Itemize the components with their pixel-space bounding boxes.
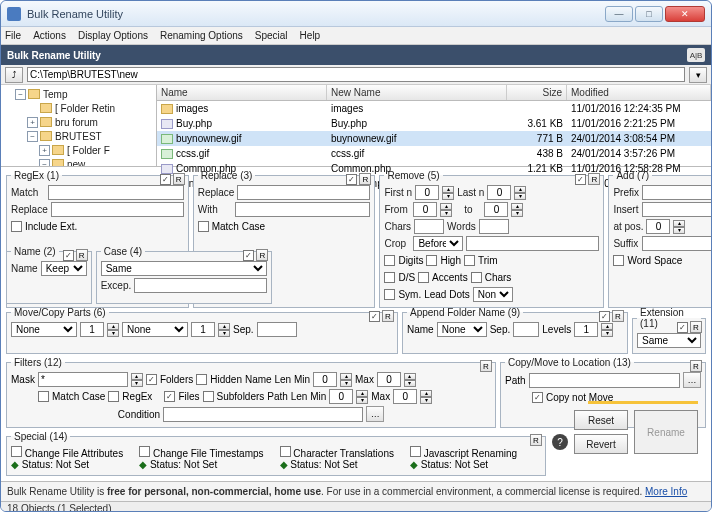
col-modified[interactable]: Modified [567,85,711,100]
filters-namelenmin-input[interactable] [313,372,337,387]
copymove-browse-button[interactable]: … [683,372,701,388]
expand-icon[interactable]: − [27,131,38,142]
remove-leaddots-select[interactable]: Non [473,287,513,302]
movecopy-enable-check[interactable]: ✓ [369,311,380,322]
spinner[interactable]: ▴▾ [131,373,143,387]
filters-pathlenmin-input[interactable] [329,389,353,404]
extension-enable-check[interactable]: ✓ [677,322,688,333]
remove-ds-check[interactable] [384,272,395,283]
file-row[interactable]: imagesimages11/01/2016 12:24:35 PM [157,101,711,116]
replace-reset-button[interactable]: R [359,173,371,185]
movecopy-select1[interactable]: None [11,322,77,337]
remove-crop-select[interactable]: Before [413,236,463,251]
remove-from-input[interactable] [413,202,437,217]
add-insert-input[interactable] [642,202,712,217]
filters-subfolders-check[interactable] [203,391,214,402]
more-info-link[interactable]: More Info [645,486,687,497]
col-new-name[interactable]: New Name [327,85,507,100]
spinner[interactable]: ▴▾ [107,323,119,337]
filters-condition-input[interactable] [163,407,363,422]
name-reset-button[interactable]: R [76,249,88,261]
regex-match-input[interactable] [48,185,184,200]
appendfolder-enable-check[interactable]: ✓ [599,311,610,322]
movecopy-select2[interactable]: None [122,322,188,337]
regex-enable-check[interactable]: ✓ [160,174,171,185]
spinner[interactable]: ▴▾ [340,373,352,387]
spinner[interactable]: ▴▾ [514,186,526,200]
remove-reset-button[interactable]: R [588,173,600,185]
spinner[interactable]: ▴▾ [404,373,416,387]
filters-matchcase-check[interactable] [38,391,49,402]
revert-button[interactable]: Revert [574,434,628,454]
reset-button[interactable]: Reset [574,410,628,430]
filters-pathlenmax-input[interactable] [393,389,417,404]
copymove-copynotmove-check[interactable]: ✓ [532,392,543,403]
appendfolder-reset-button[interactable]: R [612,310,624,322]
menu-renaming-options[interactable]: Renaming Options [160,30,243,41]
expand-icon[interactable]: − [15,89,26,100]
add-suffix-input[interactable] [642,236,712,251]
filters-mask-input[interactable] [38,372,128,387]
name-select[interactable]: Keep [41,261,87,276]
remove-sym-check[interactable] [384,289,395,300]
remove-chars-input[interactable] [414,219,444,234]
file-list-header[interactable]: Name New Name Size Modified [157,85,711,101]
browse-button[interactable]: ▾ [689,67,707,83]
path-input[interactable] [27,67,685,82]
menu-special[interactable]: Special [255,30,288,41]
special-ct-check[interactable] [280,446,291,457]
filters-folders-check[interactable]: ✓ [146,374,157,385]
help-icon[interactable]: ? [552,434,568,450]
appendfolder-levels-input[interactable] [574,322,598,337]
special-jr-check[interactable] [410,446,421,457]
minimize-button[interactable]: — [605,6,633,22]
col-name[interactable]: Name [157,85,327,100]
special-reset-button[interactable]: R [530,434,542,446]
menu-actions[interactable]: Actions [33,30,66,41]
name-enable-check[interactable]: ✓ [63,250,74,261]
copymove-path-input[interactable] [529,373,680,388]
remove-high-check[interactable] [426,255,437,266]
add-wordspace-check[interactable] [613,255,624,266]
remove-crop-input[interactable] [466,236,599,251]
file-row[interactable]: Buy.phpBuy.php3.61 KB11/01/2016 2:21:25 … [157,116,711,131]
movecopy-num2[interactable] [191,322,215,337]
remove-firstn-input[interactable] [415,185,439,200]
movecopy-num1[interactable] [80,322,104,337]
remove-words-input[interactable] [479,219,509,234]
remove-lastn-input[interactable] [487,185,511,200]
regex-replace-input[interactable] [51,202,184,217]
filters-reset-button[interactable]: R [480,360,492,372]
extension-select[interactable]: Same [637,333,701,348]
copymove-reset-button[interactable]: R [690,360,702,372]
remove-trim-check[interactable] [464,255,475,266]
remove-enable-check[interactable]: ✓ [575,174,586,185]
replace-enable-check[interactable]: ✓ [346,174,357,185]
menu-display-options[interactable]: Display Options [78,30,148,41]
appendfolder-name-select[interactable]: None [437,322,487,337]
expand-icon[interactable]: − [39,159,50,167]
special-cfa-check[interactable] [11,446,22,457]
case-reset-button[interactable]: R [256,249,268,261]
filters-hidden-check[interactable] [196,374,207,385]
spinner[interactable]: ▴▾ [511,203,523,217]
replace-with-input[interactable] [235,202,371,217]
replace-input[interactable] [237,185,370,200]
remove-chars-check[interactable] [471,272,482,283]
rename-button[interactable]: Rename [634,410,698,454]
folder-tree[interactable]: −Temp [ Folder Retin +bru forum −BRUTEST… [1,85,157,166]
menu-file[interactable]: File [5,30,21,41]
expand-icon[interactable]: + [27,117,38,128]
movecopy-sep-input[interactable] [257,322,297,337]
case-excep-input[interactable] [134,278,267,293]
add-prefix-input[interactable] [642,185,712,200]
regex-reset-button[interactable]: R [173,173,185,185]
close-button[interactable]: ✕ [665,6,705,22]
replace-matchcase-check[interactable] [198,221,209,232]
spinner[interactable]: ▴▾ [601,323,613,337]
spinner[interactable]: ▴▾ [356,390,368,404]
file-list[interactable]: Name New Name Size Modified imagesimages… [157,85,711,166]
movecopy-reset-button[interactable]: R [382,310,394,322]
expand-icon[interactable]: + [39,145,50,156]
filters-regex-check[interactable] [108,391,119,402]
